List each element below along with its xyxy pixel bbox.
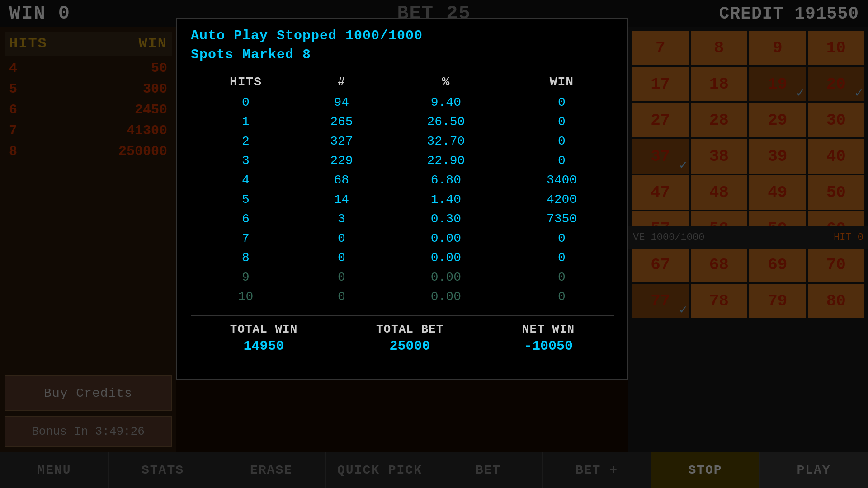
table-row: 7 0 0.00 0: [191, 229, 614, 248]
td-hits: 2: [191, 131, 301, 151]
table-row: 8 0 0.00 0: [191, 248, 614, 267]
td-num: 0: [301, 229, 382, 248]
td-hits: 7: [191, 229, 301, 248]
td-win: 0: [509, 131, 614, 151]
stats-modal: Auto Play Stopped 1000/1000 Spots Marked…: [176, 18, 628, 380]
modal-title-line1: Auto Play Stopped 1000/1000: [191, 28, 614, 43]
table-row: 4 68 6.80 3400: [191, 170, 614, 190]
col-header-num: #: [301, 71, 382, 93]
td-hits: 4: [191, 170, 301, 190]
td-win: 0: [509, 151, 614, 170]
td-win: 0: [509, 267, 614, 287]
net-win-label: NET WIN: [522, 323, 575, 336]
net-win-value: -10050: [522, 338, 575, 354]
td-num: 327: [301, 131, 382, 151]
td-num: 0: [301, 267, 382, 287]
td-hits: 5: [191, 190, 301, 209]
table-row: 1 265 26.50 0: [191, 112, 614, 131]
td-pct: 32.70: [382, 131, 509, 151]
td-pct: 0.00: [382, 287, 509, 306]
td-win: 0: [509, 112, 614, 131]
total-win-value: 14950: [230, 338, 297, 354]
td-pct: 1.40: [382, 190, 509, 209]
td-pct: 0.30: [382, 209, 509, 229]
td-num: 14: [301, 190, 382, 209]
td-num: 0: [301, 287, 382, 306]
table-row: 6 3 0.30 7350: [191, 209, 614, 229]
stats-footer: TOTAL WIN 14950 TOTAL BET 25000 NET WIN …: [191, 315, 614, 354]
col-header-pct: %: [382, 71, 509, 93]
td-hits: 3: [191, 151, 301, 170]
td-pct: 0.00: [382, 267, 509, 287]
table-row: 9 0 0.00 0: [191, 267, 614, 287]
td-pct: 0.00: [382, 248, 509, 267]
total-bet-value: 25000: [376, 338, 443, 354]
total-bet-label: TOTAL BET: [376, 323, 443, 336]
td-pct: 6.80: [382, 170, 509, 190]
td-hits: 8: [191, 248, 301, 267]
col-header-hits: HITS: [191, 71, 301, 93]
td-win: 7350: [509, 209, 614, 229]
footer-total-bet: TOTAL BET 25000: [376, 323, 443, 354]
modal-header: Auto Play Stopped 1000/1000 Spots Marked…: [191, 28, 614, 62]
td-win: 0: [509, 287, 614, 306]
table-row: 0 94 9.40 0: [191, 93, 614, 112]
col-header-win: WIN: [509, 71, 614, 93]
td-num: 229: [301, 151, 382, 170]
td-win: 4200: [509, 190, 614, 209]
td-hits: 6: [191, 209, 301, 229]
td-win: 0: [509, 248, 614, 267]
td-pct: 0.00: [382, 229, 509, 248]
td-hits: 1: [191, 112, 301, 131]
td-pct: 26.50: [382, 112, 509, 131]
stats-tbody: 0 94 9.40 0 1 265 26.50 0 2 327 32.70 0 …: [191, 93, 614, 306]
td-hits: 9: [191, 267, 301, 287]
td-hits: 10: [191, 287, 301, 306]
total-win-label: TOTAL WIN: [230, 323, 297, 336]
td-pct: 22.90: [382, 151, 509, 170]
td-win: 0: [509, 93, 614, 112]
td-hits: 0: [191, 93, 301, 112]
table-row: 3 229 22.90 0: [191, 151, 614, 170]
td-pct: 9.40: [382, 93, 509, 112]
td-num: 265: [301, 112, 382, 131]
footer-total-win: TOTAL WIN 14950: [230, 323, 297, 354]
modal-title-line2: Spots Marked 8: [191, 47, 614, 62]
td-num: 68: [301, 170, 382, 190]
stats-table: HITS # % WIN 0 94 9.40 0 1 265 26.50 0 2…: [191, 71, 614, 306]
td-num: 0: [301, 248, 382, 267]
table-row: 5 14 1.40 4200: [191, 190, 614, 209]
table-row: 10 0 0.00 0: [191, 287, 614, 306]
td-win: 0: [509, 229, 614, 248]
footer-net-win: NET WIN -10050: [522, 323, 575, 354]
td-num: 3: [301, 209, 382, 229]
table-row: 2 327 32.70 0: [191, 131, 614, 151]
td-win: 3400: [509, 170, 614, 190]
td-num: 94: [301, 93, 382, 112]
